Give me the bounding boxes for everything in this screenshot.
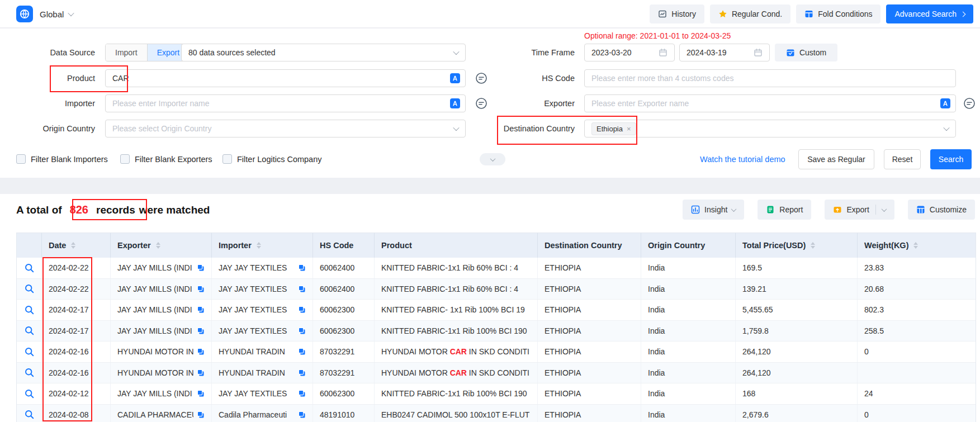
copy-icon[interactable] xyxy=(197,327,205,335)
hs-code-input[interactable] xyxy=(591,74,951,83)
copy-icon[interactable] xyxy=(298,348,306,355)
copy-icon[interactable] xyxy=(197,348,205,355)
row-detail-button[interactable] xyxy=(17,300,42,320)
table-row: 2024-02-17JAY JAY MILLS (INDIJAY JAY TEX… xyxy=(17,321,976,342)
product-input[interactable] xyxy=(112,74,445,83)
sort-icon[interactable] xyxy=(913,242,918,249)
end-date-input[interactable]: 2024-03-19 xyxy=(679,44,770,61)
custom-time-button[interactable]: Custom xyxy=(775,44,837,61)
copy-icon[interactable] xyxy=(298,285,306,293)
exporter-input[interactable] xyxy=(591,99,935,108)
calendar-icon xyxy=(659,48,667,57)
cell-hs-code: 60062300 xyxy=(313,321,375,342)
results-actions: Insight Report Export Customize xyxy=(683,200,975,220)
importer-input[interactable] xyxy=(112,99,445,108)
cell-hs-code: 87032291 xyxy=(313,342,375,362)
row-detail-button[interactable] xyxy=(17,405,42,422)
cell-destination-country: ETHIOPIA xyxy=(538,279,641,300)
row-detail-button[interactable] xyxy=(17,342,42,362)
fold-conditions-button[interactable]: Fold Conditions xyxy=(796,4,880,23)
row-detail-button[interactable] xyxy=(17,363,42,383)
sort-icon[interactable] xyxy=(257,242,261,249)
import-toggle-option[interactable]: Import xyxy=(106,44,147,61)
product-label: Product xyxy=(0,69,95,87)
match-mode-icon[interactable] xyxy=(963,97,976,110)
insight-button[interactable]: Insight xyxy=(683,200,744,220)
copy-icon[interactable] xyxy=(298,327,306,335)
cell-origin-country: India xyxy=(641,383,736,404)
copy-icon[interactable] xyxy=(298,411,306,419)
cell-total-price: 139.21 xyxy=(736,279,858,300)
export-label: Export xyxy=(846,205,869,214)
tutorial-link[interactable]: Watch the tutorial demo xyxy=(700,149,785,169)
reset-button[interactable]: Reset xyxy=(884,149,921,169)
export-button[interactable]: Export xyxy=(825,200,894,220)
table-row: 2024-02-12JAY JAY MILLS (INDIJAY JAY TEX… xyxy=(17,383,976,405)
insight-icon xyxy=(691,205,700,214)
copy-icon[interactable] xyxy=(197,306,205,314)
regular-cond-button[interactable]: Regular Cond. xyxy=(710,4,790,23)
checkbox-icon xyxy=(222,154,232,164)
collapse-conditions-button[interactable] xyxy=(480,153,505,165)
column-header-exporter[interactable]: Exporter xyxy=(111,233,212,258)
copy-icon[interactable] xyxy=(298,390,306,397)
chevron-right-icon xyxy=(960,11,966,17)
cell-product: EHB0247 CADIMOL 500 100x10T E-FLUT xyxy=(375,405,538,422)
sort-icon[interactable] xyxy=(156,242,160,249)
start-date-value: 2023-03-20 xyxy=(591,48,632,57)
save-as-regular-button[interactable]: Save as Regular xyxy=(798,149,874,169)
copy-icon[interactable] xyxy=(298,369,306,377)
row-detail-button[interactable] xyxy=(17,279,42,300)
report-button[interactable]: Report xyxy=(758,200,811,220)
column-header-weight-kg[interactable]: Weight(KG) xyxy=(858,233,976,258)
sort-icon[interactable] xyxy=(71,242,75,249)
filter-blank-exporters-checkbox[interactable]: Filter Blank Exporters xyxy=(120,154,212,164)
translate-icon[interactable] xyxy=(940,98,951,109)
history-button[interactable]: History xyxy=(650,4,704,23)
sort-icon[interactable] xyxy=(811,242,815,249)
split-divider xyxy=(875,205,876,215)
copy-icon[interactable] xyxy=(298,306,306,314)
row-detail-button[interactable] xyxy=(17,321,42,342)
translate-icon[interactable] xyxy=(449,73,461,84)
filter-blank-exporters-label: Filter Blank Exporters xyxy=(135,155,212,164)
translate-icon[interactable] xyxy=(449,98,461,109)
column-header-date[interactable]: Date xyxy=(42,233,111,258)
advanced-search-button[interactable]: Advanced Search xyxy=(886,4,973,23)
column-header-destination-country: Destination Country xyxy=(538,233,641,258)
copy-icon[interactable] xyxy=(197,369,205,377)
column-header-importer[interactable]: Importer xyxy=(212,233,313,258)
origin-country-select[interactable]: Please select Origin Country xyxy=(105,120,466,137)
importer-label: Importer xyxy=(0,94,95,112)
data-source-select[interactable]: 80 data sources selected xyxy=(181,44,466,61)
cell-hs-code: 60062300 xyxy=(313,383,375,404)
cell-exporter: JAY JAY MILLS (INDI xyxy=(111,258,212,278)
copy-icon[interactable] xyxy=(197,264,205,272)
region-selector[interactable]: Global xyxy=(40,10,73,19)
start-date-input[interactable]: 2023-03-20 xyxy=(584,44,675,61)
row-detail-button[interactable] xyxy=(17,258,42,278)
row-detail-button[interactable] xyxy=(17,383,42,404)
column-header-total-price-usd[interactable]: Total Price(USD) xyxy=(736,233,858,258)
filter-blank-importers-checkbox[interactable]: Filter Blank Importers xyxy=(16,154,108,164)
customize-button[interactable]: Customize xyxy=(908,200,975,220)
history-label: History xyxy=(671,10,696,18)
copy-icon[interactable] xyxy=(197,285,205,293)
export-dropdown-chevron-icon[interactable] xyxy=(881,206,887,212)
cell-product: KNITTED FABRIC-1x1 Rib 100% BCI 190 xyxy=(375,321,538,342)
destination-country-select[interactable]: Ethiopia × xyxy=(584,120,956,137)
search-button[interactable]: Search xyxy=(930,149,972,169)
chevron-down-icon xyxy=(68,10,74,16)
filter-logistics-company-checkbox[interactable]: Filter Logitics Company xyxy=(222,154,322,164)
insight-label: Insight xyxy=(704,205,727,214)
cell-destination-country: ETHIOPIA xyxy=(538,405,641,422)
tag-remove-icon[interactable]: × xyxy=(627,125,631,132)
table-row: 2024-02-22JAY JAY MILLS (INDIJAY JAY TEX… xyxy=(17,279,976,300)
copy-icon[interactable] xyxy=(197,411,205,419)
copy-icon[interactable] xyxy=(197,390,205,397)
cell-product: KNITTED FABRIC-1x1 Rib 60% BCI : 4 xyxy=(375,258,538,278)
optional-range-note: Optional range: 2021-01-01 to 2024-03-25 xyxy=(584,31,731,40)
copy-icon[interactable] xyxy=(298,264,306,272)
cell-destination-country: ETHIOPIA xyxy=(538,321,641,342)
cell-total-price: 5,455.65 xyxy=(736,300,858,320)
